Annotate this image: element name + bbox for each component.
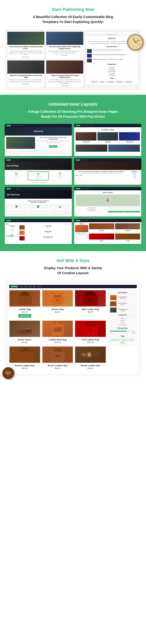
tag-4[interactable]: Photoshop bbox=[116, 81, 124, 83]
pricing-card-2-name: Pro bbox=[29, 172, 48, 174]
shop-list-item-3: Red Leather Bag $200.99 bbox=[19, 236, 71, 241]
pricing-nav: Home Pricing bbox=[5, 158, 72, 162]
shop-item-leather-back-price: $120.99 bbox=[42, 341, 73, 344]
svg-line-14 bbox=[61, 293, 63, 295]
shop-item-red-leather: Red Leather Bag $200.99 bbox=[75, 320, 106, 344]
blog-card-3-link[interactable]: Read More bbox=[8, 83, 43, 84]
tag-3[interactable]: Technology bbox=[106, 81, 115, 83]
contact-input-2[interactable] bbox=[108, 209, 140, 210]
shop-nav-bar: Home Shop About Blog Contact bbox=[9, 285, 137, 288]
clock-minute-hand bbox=[135, 40, 140, 42]
svg-rect-39 bbox=[22, 348, 27, 350]
blog-categories-list: ● Lifestyle ● Education ● Technology ● T… bbox=[87, 67, 136, 76]
blog-detail-nav-items: Home Blog bbox=[82, 159, 88, 160]
contact-info: ● 123 Street, City ● +1 234 567 890 ● in… bbox=[76, 207, 107, 212]
tag-clothing[interactable]: Clothing bbox=[121, 339, 128, 341]
price-range: $0 $500 bbox=[110, 332, 135, 334]
about-hero: About Us bbox=[5, 127, 72, 136]
shop-product-item-1-img bbox=[89, 223, 114, 229]
svg-point-10 bbox=[24, 298, 26, 300]
blog-card-1-link[interactable]: Read More bbox=[8, 56, 43, 58]
team-member-2-img bbox=[97, 132, 118, 140]
team-nav-home: Home bbox=[82, 125, 85, 126]
pricing-nav-home: Home bbox=[13, 159, 15, 160]
shop-nav-shop[interactable]: Shop bbox=[24, 286, 27, 287]
team-nav-items: Home Team Contact bbox=[82, 125, 93, 126]
blog-detail-title: Our Current House Tour Modern Farmhouse … bbox=[75, 171, 128, 172]
cat-belts[interactable]: ● Belts bbox=[110, 322, 135, 324]
best-seller-1: Plastic Briefcase $120.99 bbox=[110, 295, 135, 300]
svg-point-44 bbox=[57, 355, 58, 357]
recent-post-2-img bbox=[87, 54, 92, 58]
add-to-cart-leather-bag[interactable]: Add to Cart bbox=[18, 314, 31, 318]
team-images bbox=[76, 144, 140, 152]
tag-bags[interactable]: Bags bbox=[120, 342, 125, 344]
cat-shoes[interactable]: ● Shoes bbox=[110, 320, 135, 322]
services-content: Quick, Smart & Great SolutionsTo Grow Yo… bbox=[5, 199, 72, 216]
shop-product-item-1-info: Leather Bag $21.99 bbox=[89, 229, 114, 233]
bag-svg-1 bbox=[9, 290, 40, 306]
tag-5[interactable]: Photoshop bbox=[125, 81, 133, 83]
about-btn[interactable]: Learn More bbox=[49, 145, 58, 148]
best-seller-3: T-Shirt With a Print $30.00 bbox=[110, 308, 135, 312]
blog-card-4-title: 7 Signs You're Not A Good UX Designer Ye… bbox=[47, 74, 82, 78]
cat-bags[interactable]: ● Bags bbox=[110, 317, 135, 320]
svg-point-30 bbox=[20, 354, 21, 355]
team-img-2 bbox=[108, 144, 140, 152]
blog-preview-inner: Current House Tour Modern Farm-house Sty… bbox=[7, 32, 139, 88]
shop-list-nav-home: Home bbox=[13, 220, 15, 221]
brownbag2-svg bbox=[42, 346, 73, 363]
recent-post-1-img bbox=[87, 49, 92, 53]
shop-list-item-1-info: Leather Bag $21.99 bbox=[25, 225, 71, 230]
svg-point-32 bbox=[24, 354, 25, 355]
contact-nav: Home Contact bbox=[74, 187, 141, 190]
blog-detail-sidebar: Categories ● Lifestyle● Design● Blog● Tr… bbox=[129, 171, 140, 179]
shop-item-woman-bag-price: $60.99 bbox=[42, 311, 73, 313]
recent-post-2-text: Best training trips that the most emotio… bbox=[93, 54, 125, 56]
tag-shoes[interactable]: Shoes bbox=[129, 339, 135, 341]
shop-nav-contact[interactable]: Contact bbox=[37, 286, 41, 287]
contact-nav-home: Home bbox=[82, 188, 85, 190]
shop-list-cats: ● All● Bags● Shoes● Belts bbox=[6, 227, 19, 233]
contact-submit[interactable]: Send bbox=[108, 211, 140, 212]
recent-post-2: Best training trips that the most emotio… bbox=[87, 54, 136, 58]
tag-1[interactable]: Business bbox=[91, 81, 98, 83]
shop-row-3: Brown Leather Bag $56.99 bbox=[9, 346, 106, 369]
shop-item-leather-bag-img bbox=[9, 290, 40, 307]
about-nav-items: Home About Blog bbox=[13, 125, 22, 126]
about-content: We Create Innovative Solutions for Your … bbox=[5, 136, 72, 150]
best-seller-2-price: $75.50 bbox=[118, 304, 127, 305]
pricing-card-2: Pro $49 Feature oneFeature twoFeature th… bbox=[28, 172, 49, 181]
clock-decoration bbox=[127, 34, 144, 50]
shop-product-item-2-price: $60.99 bbox=[116, 231, 140, 232]
svg-point-51 bbox=[95, 354, 96, 355]
blog-card-2-link[interactable]: Read More bbox=[47, 54, 82, 56]
cat-2: ● Education bbox=[87, 68, 136, 70]
cat-accessories[interactable]: ● Accessories bbox=[110, 324, 135, 326]
best-seller-1-info: Plastic Briefcase $120.99 bbox=[118, 296, 127, 299]
shop-list-layout: Categories ● All● Bags● Shoes● Belts Pri… bbox=[6, 225, 71, 242]
shop-nav-home[interactable]: Home bbox=[20, 286, 23, 287]
contact-content: Get In Touch ● 123 Street, bbox=[74, 190, 141, 214]
best-seller-3-price: $30.00 bbox=[118, 310, 129, 312]
shop-nav-blog[interactable]: Blog bbox=[33, 286, 35, 287]
blog-card-4-link[interactable]: Read More bbox=[47, 85, 82, 86]
shop-item-belt-name: Brown Leather Belt bbox=[75, 364, 106, 367]
service-icon-5 bbox=[28, 210, 49, 215]
blog-categories-title: Categories bbox=[87, 64, 136, 66]
shop-list-nav-shop: Shop bbox=[16, 220, 19, 221]
svg-point-15 bbox=[56, 299, 59, 301]
svg-point-34 bbox=[29, 354, 30, 355]
team-member-3-role: Manager bbox=[119, 142, 140, 144]
shop-list-item-2-img bbox=[19, 231, 25, 235]
contact-input-1[interactable] bbox=[108, 207, 140, 209]
tag-2[interactable]: Startup bbox=[99, 81, 105, 83]
bag-svg-2 bbox=[42, 290, 73, 306]
blog-card-1-title: Current House Tour Modern Farm-house Sty… bbox=[8, 46, 43, 50]
tag-accessories[interactable]: Accessories bbox=[111, 339, 120, 341]
recent-post-3: 10 Money Tips To Make You Rich in the en… bbox=[87, 59, 136, 62]
shop-nav-about[interactable]: About bbox=[28, 286, 31, 287]
blog-search[interactable]: Type and hit Enter bbox=[87, 33, 136, 36]
shop-product-item-4-price: $56.99 bbox=[116, 241, 140, 242]
shop-section-title: Sell With A Style bbox=[5, 258, 141, 263]
